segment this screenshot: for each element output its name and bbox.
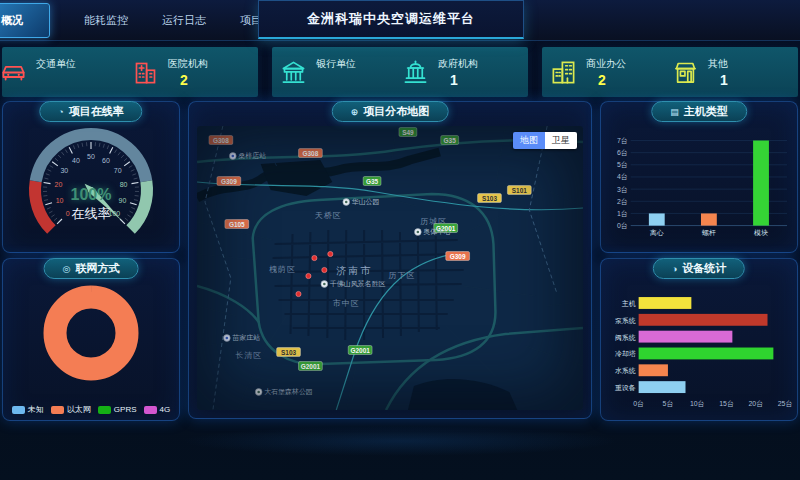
- left-column: ◔ 项目在线率 0102030405060708090100 100% 在线率 …: [2, 101, 180, 421]
- panel-device-stats-title: ◑ 设备统计: [653, 258, 745, 279]
- stats-icon: ◑: [672, 264, 677, 274]
- legend-swatch: [51, 406, 64, 414]
- legend-item-ethernet[interactable]: 以太网: [51, 404, 91, 415]
- panel-network-title: ◎ 联网方式: [44, 258, 139, 279]
- svg-text:苗家庄站: 苗家庄站: [232, 334, 260, 342]
- svg-text:槐荫区: 槐荫区: [269, 265, 296, 274]
- svg-text:模块: 模块: [754, 229, 768, 236]
- legend-swatch: [98, 406, 111, 414]
- svg-text:60: 60: [102, 157, 110, 164]
- office-icon: [550, 59, 577, 86]
- panel-title-text: 设备统计: [682, 261, 726, 276]
- panel-title-text: 项目在线率: [69, 104, 124, 119]
- tab-overview[interactable]: 概况: [0, 3, 50, 38]
- online-rate-caption: 在线率: [3, 205, 179, 223]
- center-column: ⊕ 项目分布地图: [188, 101, 592, 421]
- stats-row: 交通单位 医院机构 2: [2, 47, 798, 97]
- map-mode-button[interactable]: 地图: [513, 132, 545, 149]
- host-icon: ▤: [670, 107, 679, 117]
- svg-text:40: 40: [72, 157, 80, 164]
- shop-icon: [672, 59, 699, 86]
- legend-swatch: [144, 406, 157, 414]
- panel-project-map: ⊕ 项目分布地图: [188, 101, 592, 419]
- svg-text:G2001: G2001: [301, 363, 321, 370]
- stat-value: [48, 72, 76, 87]
- svg-text:30: 30: [60, 167, 68, 174]
- project-distribution-map[interactable]: 天桥区历城区槐荫区历下区市中区长清区济南市G308G308G309G105G30…: [197, 126, 583, 410]
- svg-text:G2001: G2001: [350, 347, 370, 354]
- stat-label: 政府机构: [438, 57, 478, 71]
- svg-text:50: 50: [87, 153, 95, 160]
- svg-text:奥体中心: 奥体中心: [423, 228, 451, 235]
- hospital-icon: [132, 59, 159, 86]
- svg-text:20台: 20台: [748, 400, 763, 408]
- panel-device-stats: ◑ 设备统计 主机泵系统阀系统冷却塔水系统重设备0台5台10台15台20台25台: [600, 258, 798, 421]
- tab-run-log[interactable]: 运行日志: [162, 13, 206, 28]
- svg-text:大石堡森林公园: 大石堡森林公园: [264, 388, 313, 396]
- main-area: ◔ 项目在线率 0102030405060708090100 100% 在线率 …: [2, 101, 798, 421]
- legend-item-gprs[interactable]: GPRS: [98, 404, 137, 415]
- svg-text:水系统: 水系统: [615, 367, 636, 375]
- svg-text:冷却塔: 冷却塔: [615, 350, 636, 358]
- svg-text:5台: 5台: [617, 161, 628, 169]
- device-stats-bar-chart: 主机泵系统阀系统冷却塔水系统重设备0台5台10台15台20台25台: [605, 283, 793, 416]
- svg-text:10台: 10台: [690, 400, 705, 408]
- svg-text:1台: 1台: [617, 210, 628, 218]
- svg-text:15台: 15台: [719, 400, 734, 408]
- svg-text:4台: 4台: [617, 173, 628, 181]
- stat-value: 1: [450, 72, 478, 88]
- svg-text:G35: G35: [366, 178, 379, 185]
- svg-text:主机: 主机: [622, 300, 636, 307]
- svg-text:G105: G105: [229, 221, 245, 228]
- stat-value: 2: [598, 72, 626, 88]
- bank-icon: [280, 59, 307, 86]
- svg-text:5台: 5台: [663, 400, 674, 408]
- legend-item-4g[interactable]: 4G: [144, 404, 171, 415]
- stat-value: 2: [180, 72, 208, 88]
- svg-text:0台: 0台: [633, 400, 644, 408]
- floor-glow: [180, 426, 620, 456]
- svg-text:螺杆: 螺杆: [702, 229, 716, 237]
- svg-text:桑梓店站: 桑梓店站: [238, 152, 266, 160]
- stat-transport: 交通单位: [10, 57, 128, 87]
- svg-text:G308: G308: [213, 137, 229, 144]
- panel-title-text: 主机类型: [684, 104, 728, 119]
- government-icon: [402, 59, 429, 86]
- car-icon: [0, 59, 27, 86]
- map-canvas: 天桥区历城区槐荫区历下区市中区长清区济南市G308G308G309G105G30…: [197, 126, 583, 410]
- network-donut-chart: [3, 281, 179, 385]
- dashboard-screen: 概况 能耗监控 运行日志 项目列表 视频监控 金洲科瑞中央空调运维平台 交通单位: [0, 0, 800, 480]
- svg-text:重设备: 重设备: [615, 384, 636, 392]
- tab-energy-monitor[interactable]: 能耗监控: [84, 13, 128, 28]
- online-rate-value: 100%: [3, 186, 179, 204]
- panel-network-mode: ◎ 联网方式 未知 以太网 GPRS 4G: [2, 258, 180, 421]
- stat-label: 商业办公: [586, 57, 626, 71]
- stat-card-office-other: 商业办公 2 其他 1: [542, 47, 798, 97]
- platform-title: 金洲科瑞中央空调运维平台: [258, 0, 524, 39]
- svg-text:7台: 7台: [617, 137, 628, 145]
- svg-text:2台: 2台: [617, 198, 628, 206]
- map-pin-icon: ⊕: [351, 107, 359, 117]
- svg-text:市中区: 市中区: [333, 299, 360, 308]
- stat-value: 1: [720, 72, 728, 88]
- satellite-mode-button[interactable]: 卫星: [545, 132, 577, 149]
- svg-text:长清区: 长清区: [235, 351, 262, 360]
- svg-text:G309: G309: [221, 178, 237, 185]
- svg-text:G308: G308: [303, 150, 319, 157]
- stat-card-bank-government: 银行单位 政府机构 1: [272, 47, 528, 97]
- platform-title-text: 金洲科瑞中央空调运维平台: [307, 10, 475, 28]
- legend-item-unknown[interactable]: 未知: [12, 404, 44, 415]
- svg-text:70: 70: [114, 167, 122, 174]
- svg-text:S49: S49: [402, 129, 414, 136]
- stat-value: [328, 72, 356, 87]
- stat-office: 商业办公 2: [550, 57, 668, 88]
- stat-label: 医院机构: [168, 57, 208, 71]
- panel-online-rate: ◔ 项目在线率 0102030405060708090100 100% 在线率: [2, 101, 180, 253]
- svg-text:25台: 25台: [778, 400, 793, 408]
- stat-card-transport-hospital: 交通单位 医院机构 2: [2, 47, 258, 97]
- legend-swatch: [12, 406, 25, 414]
- right-column: ▤ 主机类型 0台1台2台3台4台5台6台7台离心螺杆模块 ◑ 设备统计 主机泵…: [600, 101, 798, 421]
- stat-government: 政府机构 1: [402, 57, 520, 88]
- stat-label: 银行单位: [316, 57, 356, 71]
- svg-text:S103: S103: [482, 195, 497, 202]
